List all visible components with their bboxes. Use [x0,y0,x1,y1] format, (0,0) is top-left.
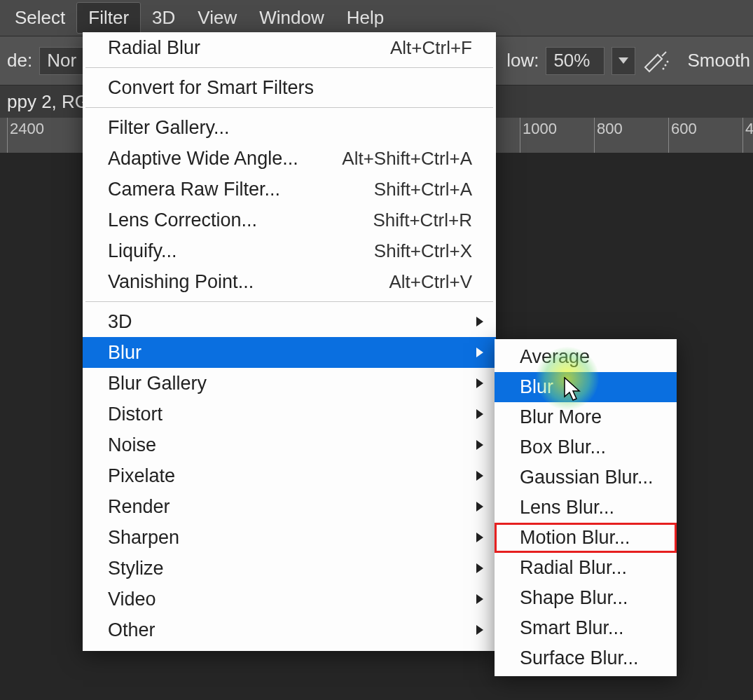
ruler-tick-label: 800 [597,120,623,138]
filter-menu-item[interactable]: Distort [83,399,496,430]
filter-menu-item-label: Other [108,619,472,641]
filter-menu-item[interactable]: Radial BlurAlt+Ctrl+F [83,32,496,63]
filter-menu-item[interactable]: Render [83,491,496,522]
blur-submenu-item[interactable]: Radial Blur... [495,553,677,583]
menu-shortcut: Alt+Shift+Ctrl+A [342,148,472,170]
ruler-tick: 600 [668,118,669,153]
svg-point-0 [665,64,667,66]
menu-shortcut: Alt+Ctrl+V [389,271,473,293]
blur-submenu-item[interactable]: Smart Blur... [495,613,677,643]
blur-submenu-item[interactable]: Blur [495,372,677,402]
flow-dropdown-button[interactable] [612,47,635,75]
blur-submenu-item[interactable]: Lens Blur... [495,493,677,523]
submenu-arrow-icon [475,439,485,451]
submenu-arrow-icon [475,593,485,605]
blur-submenu-item[interactable]: Shape Blur... [495,583,677,613]
mode-label: de: [7,50,32,71]
filter-menu-item[interactable]: Pixelate [83,460,496,491]
ruler-tick: 40 [742,118,743,153]
blur-submenu-item[interactable]: Average [495,342,677,372]
submenu-arrow-icon [475,469,485,482]
filter-menu-item[interactable]: Convert for Smart Filters [83,72,496,103]
filter-menu-item-label: Pixelate [108,465,472,487]
filter-menu-item[interactable]: Video [83,584,496,615]
filter-menu-item-label: Lens Correction... [108,210,373,231]
filter-menu-item[interactable]: Stylize [83,553,496,584]
filter-menu-item-label: Filter Gallery... [108,117,472,139]
filter-menu-item-label: Blur [108,342,472,364]
chevron-down-icon [619,57,628,64]
filter-menu-item[interactable]: Sharpen [83,522,496,553]
submenu-arrow-icon [475,500,485,513]
filter-menu-item[interactable]: Other [83,615,496,645]
svg-point-2 [663,67,665,69]
blur-submenu-item[interactable]: Box Blur... [495,432,677,462]
filter-menu-item-label: 3D [108,311,472,333]
filter-menu-item[interactable]: Blur [83,337,496,368]
filter-menu-item[interactable]: Filter Gallery... [83,112,496,143]
submenu-arrow-icon [475,624,485,636]
filter-menu-item[interactable]: Liquify...Shift+Ctrl+X [83,235,496,266]
ruler-tick-label: 40 [745,120,753,138]
document-tab-label: ppy 2, RG [7,91,89,113]
menu-3d[interactable]: 3D [141,3,186,33]
filter-menu-item-label: Sharpen [108,527,472,549]
blur-submenu-item[interactable]: Surface Blur... [495,643,677,673]
menu-filter[interactable]: Filter [76,2,141,34]
menu-shortcut: Shift+Ctrl+X [374,240,472,262]
ruler-tick-label: 2400 [10,120,44,138]
menu-help[interactable]: Help [336,3,395,33]
filter-menu-item[interactable]: Lens Correction...Shift+Ctrl+R [83,205,496,235]
filter-menu-item-label: Vanishing Point... [108,271,389,293]
filter-menu-item-label: Distort [108,404,472,425]
menu-view[interactable]: View [186,3,248,33]
filter-menu-item-label: Convert for Smart Filters [108,77,472,99]
menubar: SelectFilter3DViewWindowHelp [0,0,753,36]
smoothing-label: Smooth [677,50,750,71]
filter-menu-item[interactable]: Camera Raw Filter...Shift+Ctrl+A [83,174,496,205]
filter-menu-item-label: Blur Gallery [108,373,472,394]
svg-point-1 [667,60,669,62]
submenu-arrow-icon [475,408,485,420]
filter-menu-item[interactable]: 3D [83,306,496,337]
filter-menu-item-label: Stylize [108,558,472,579]
filter-menu-item-label: Adaptive Wide Angle... [108,148,342,170]
filter-menu-item-label: Video [108,589,472,610]
ruler-tick: 800 [594,118,595,153]
filter-menu-item-label: Noise [108,434,472,456]
filter-menu-dropdown: Radial BlurAlt+Ctrl+FConvert for Smart F… [83,32,496,651]
airbrush-icon[interactable] [642,47,670,75]
ruler-tick-label: 600 [671,120,697,138]
menu-shortcut: Shift+Ctrl+R [373,210,472,231]
filter-menu-item[interactable]: Blur Gallery [83,368,496,399]
filter-menu-item[interactable]: Adaptive Wide Angle...Alt+Shift+Ctrl+A [83,143,496,174]
filter-menu-item-label: Radial Blur [108,37,390,59]
submenu-arrow-icon [475,377,485,390]
blur-submenu-item[interactable]: Blur More [495,402,677,432]
blur-submenu-item[interactable]: Gaussian Blur... [495,462,677,493]
blur-submenu-item[interactable]: Motion Blur... [495,523,677,553]
menu-select[interactable]: Select [4,3,76,33]
mode-dropdown[interactable]: Nor [39,47,84,75]
mode-value: Nor [47,50,76,71]
filter-menu-item-label: Camera Raw Filter... [108,179,374,200]
menu-separator [85,107,493,108]
menu-separator [85,67,493,68]
submenu-arrow-icon [475,531,485,544]
flow-field[interactable]: 50% [546,47,605,75]
filter-menu-item[interactable]: Vanishing Point...Alt+Ctrl+V [83,266,496,297]
flow-label: low: [506,50,539,71]
filter-menu-item-label: Render [108,496,472,518]
filter-menu-item-label: Liquify... [108,240,374,262]
ruler-tick: 1000 [520,118,520,153]
menu-window[interactable]: Window [248,3,335,33]
filter-menu-item[interactable]: Noise [83,430,496,460]
blur-submenu: AverageBlurBlur MoreBox Blur...Gaussian … [495,339,677,676]
menu-separator [85,301,493,302]
ruler-tick: 2400 [7,118,8,153]
submenu-arrow-icon [475,346,485,359]
ruler-tick-label: 1000 [523,120,557,138]
submenu-arrow-icon [475,315,485,328]
submenu-arrow-icon [475,562,485,575]
menu-shortcut: Alt+Ctrl+F [390,37,472,59]
